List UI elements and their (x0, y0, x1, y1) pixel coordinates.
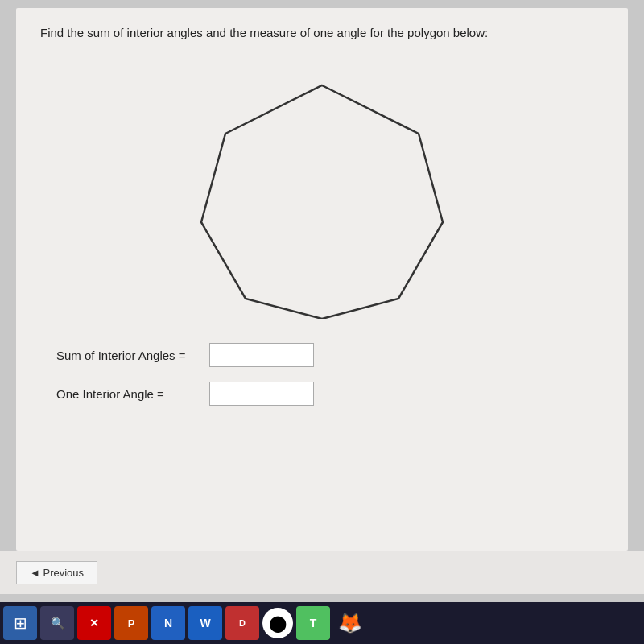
bottom-bar: ◄ Previous (0, 551, 644, 594)
sum-label: Sum of Interior Angles = (56, 349, 209, 362)
taskbar: ⊞ 🔍 ✕ P N W D ⬤ T 🦊 (0, 602, 644, 644)
one-angle-label: One Interior Angle = (56, 387, 209, 401)
one-angle-row: One Interior Angle = (56, 382, 604, 406)
one-angle-input[interactable] (209, 382, 314, 406)
main-panel: Find the sum of interior angles and the … (16, 8, 628, 551)
sum-row: Sum of Interior Angles = (56, 343, 604, 367)
close-icon[interactable]: ✕ (77, 606, 111, 640)
inputs-area: Sum of Interior Angles = One Interior An… (40, 343, 604, 406)
notepad-icon[interactable]: N (151, 606, 185, 640)
d-icon[interactable]: D (225, 606, 259, 640)
question-text: Find the sum of interior angles and the … (40, 24, 604, 41)
powerpoint-icon[interactable]: P (114, 606, 148, 640)
windows-icon[interactable]: ⊞ (3, 606, 37, 640)
teams-icon[interactable]: T (296, 606, 330, 640)
sum-input[interactable] (209, 343, 314, 367)
heptagon-svg (193, 61, 451, 319)
word-icon[interactable]: W (188, 606, 222, 640)
chrome-icon[interactable]: ⬤ (262, 608, 293, 638)
polygon-container (40, 61, 604, 319)
previous-button[interactable]: ◄ Previous (16, 561, 97, 584)
firefox-icon[interactable]: 🦊 (333, 606, 367, 640)
svg-marker-0 (201, 85, 443, 319)
search-icon[interactable]: 🔍 (40, 606, 74, 640)
